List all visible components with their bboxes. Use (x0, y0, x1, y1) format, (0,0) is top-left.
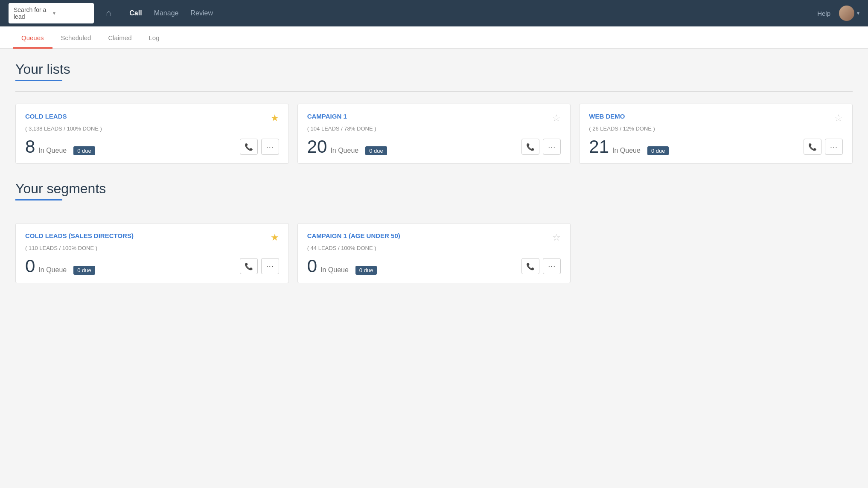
lists-section-title: Your lists (15, 61, 853, 77)
due-badge-seg2: 0 due (355, 266, 377, 275)
nav-call[interactable]: Call (123, 9, 148, 17)
card-actions-webdemo: 📞 ··· (804, 139, 843, 155)
tab-claimed[interactable]: Claimed (99, 28, 140, 49)
star-icon-campaign1[interactable]: ☆ (552, 113, 561, 124)
card-actions-campaign1: 📞 ··· (521, 139, 561, 155)
card-body-campaign1: 20 In Queue 0 due 📞 ··· (307, 138, 561, 156)
card-subtitle-seg1: ( 110 LEADS / 100% DONE ) (25, 245, 279, 251)
call-button-seg1[interactable]: 📞 (240, 258, 258, 274)
list-card-campaign1: CAMPAIGN 1 ☆ ( 104 LEADS / 78% DONE ) 20… (297, 104, 571, 164)
queue-number-cold-leads: 8 (25, 138, 35, 156)
lists-cards-grid: COLD LEADS ★ ( 3,138 LEADS / 100% DONE )… (15, 104, 853, 164)
search-placeholder: Search for a lead (14, 6, 50, 20)
call-button-seg2[interactable]: 📞 (521, 258, 539, 274)
card-actions-seg2: 📞 ··· (521, 258, 561, 274)
main-content: Your lists COLD LEADS ★ ( 3,138 LEADS / … (0, 49, 868, 488)
segments-section-divider (15, 211, 853, 211)
card-title-seg1[interactable]: COLD LEADS (SALES DIRECTORS) (25, 232, 134, 239)
user-avatar-area[interactable]: ▾ (839, 6, 859, 21)
segment-card-cold-leads-sales: COLD LEADS (SALES DIRECTORS) ★ ( 110 LEA… (15, 223, 289, 283)
card-title-campaign1[interactable]: CAMPAIGN 1 (307, 113, 347, 120)
queue-info-webdemo: 21 In Queue 0 due (589, 138, 669, 156)
search-input[interactable]: Search for a lead ▾ (9, 3, 94, 23)
star-icon-seg1[interactable]: ★ (271, 232, 279, 243)
segments-cards-grid: COLD LEADS (SALES DIRECTORS) ★ ( 110 LEA… (15, 223, 853, 283)
segments-section-underline (15, 199, 62, 200)
more-button-campaign1[interactable]: ··· (543, 139, 561, 155)
queue-info-campaign1: 20 In Queue 0 due (307, 138, 387, 156)
star-icon-seg2[interactable]: ☆ (552, 232, 561, 243)
card-header-campaign1: CAMPAIGN 1 ☆ (307, 113, 561, 124)
queue-label-cold-leads: In Queue (38, 147, 67, 154)
avatar-chevron-icon: ▾ (857, 10, 859, 16)
queue-info-seg2: 0 In Queue 0 due (307, 257, 377, 275)
star-icon-cold-leads[interactable]: ★ (271, 113, 279, 124)
more-button-webdemo[interactable]: ··· (825, 139, 843, 155)
card-title-cold-leads[interactable]: COLD LEADS (25, 113, 67, 120)
queue-info-cold-leads: 8 In Queue 0 due (25, 138, 95, 156)
list-card-cold-leads: COLD LEADS ★ ( 3,138 LEADS / 100% DONE )… (15, 104, 289, 164)
queue-label-seg1: In Queue (38, 266, 67, 274)
queue-number-seg2: 0 (307, 257, 317, 275)
segments-section-title: Your segments (15, 181, 853, 197)
card-actions-cold-leads: 📞 ··· (240, 139, 279, 155)
search-chevron-icon: ▾ (53, 10, 89, 16)
nav-manage[interactable]: Manage (148, 9, 185, 17)
queue-label-seg2: In Queue (320, 266, 349, 274)
card-header-webdemo: WEB DEMO ☆ (589, 113, 843, 124)
card-title-seg2[interactable]: CAMPAIGN 1 (AGE UNDER 50) (307, 232, 400, 239)
card-body-cold-leads: 8 In Queue 0 due 📞 ··· (25, 138, 279, 156)
queue-info-seg1: 0 In Queue 0 due (25, 257, 95, 275)
more-button-seg2[interactable]: ··· (543, 258, 561, 274)
queue-number-campaign1: 20 (307, 138, 327, 156)
due-badge-cold-leads: 0 due (73, 146, 95, 155)
call-button-webdemo[interactable]: 📞 (804, 139, 821, 155)
main-nav: Call Manage Review (123, 9, 219, 17)
card-actions-seg1: 📞 ··· (240, 258, 279, 274)
card-body-seg2: 0 In Queue 0 due 📞 ··· (307, 257, 561, 275)
lists-section-divider (15, 91, 853, 92)
card-header: COLD LEADS ★ (25, 113, 279, 124)
tab-log[interactable]: Log (140, 28, 168, 49)
card-subtitle-campaign1: ( 104 LEADS / 78% DONE ) (307, 125, 561, 132)
call-button-campaign1[interactable]: 📞 (521, 139, 539, 155)
queue-number-seg1: 0 (25, 257, 35, 275)
more-button-cold-leads[interactable]: ··· (261, 139, 279, 155)
avatar (839, 6, 854, 21)
list-card-webdemo: WEB DEMO ☆ ( 26 LEADS / 12% DONE ) 21 In… (579, 104, 853, 164)
tabs-bar: Queues Scheduled Claimed Log (0, 26, 868, 49)
queue-label-webdemo: In Queue (612, 147, 641, 154)
home-icon[interactable]: ⌂ (102, 8, 115, 19)
tab-queues[interactable]: Queues (13, 28, 52, 49)
star-icon-webdemo[interactable]: ☆ (834, 113, 843, 124)
segment-card-campaign1-age: CAMPAIGN 1 (AGE UNDER 50) ☆ ( 44 LEADS /… (297, 223, 571, 283)
due-badge-seg1: 0 due (73, 266, 95, 275)
lists-section-underline (15, 80, 62, 81)
header: Search for a lead ▾ ⌂ Call Manage Review… (0, 0, 868, 26)
card-subtitle-cold-leads: ( 3,138 LEADS / 100% DONE ) (25, 125, 279, 132)
due-badge-campaign1: 0 due (365, 146, 387, 155)
queue-label-campaign1: In Queue (330, 147, 358, 154)
call-button-cold-leads[interactable]: 📞 (240, 139, 258, 155)
card-header-seg2: CAMPAIGN 1 (AGE UNDER 50) ☆ (307, 232, 561, 243)
due-badge-webdemo: 0 due (647, 146, 669, 155)
card-subtitle-seg2: ( 44 LEADS / 100% DONE ) (307, 245, 561, 251)
tab-scheduled[interactable]: Scheduled (52, 28, 100, 49)
card-body-seg1: 0 In Queue 0 due 📞 ··· (25, 257, 279, 275)
more-button-seg1[interactable]: ··· (261, 258, 279, 274)
help-link[interactable]: Help (817, 10, 830, 17)
card-body-webdemo: 21 In Queue 0 due 📞 ··· (589, 138, 843, 156)
nav-review[interactable]: Review (184, 9, 218, 17)
card-header-seg1: COLD LEADS (SALES DIRECTORS) ★ (25, 232, 279, 243)
queue-number-webdemo: 21 (589, 138, 609, 156)
avatar-image (839, 6, 854, 21)
card-subtitle-webdemo: ( 26 LEADS / 12% DONE ) (589, 125, 843, 132)
card-title-webdemo[interactable]: WEB DEMO (589, 113, 625, 120)
